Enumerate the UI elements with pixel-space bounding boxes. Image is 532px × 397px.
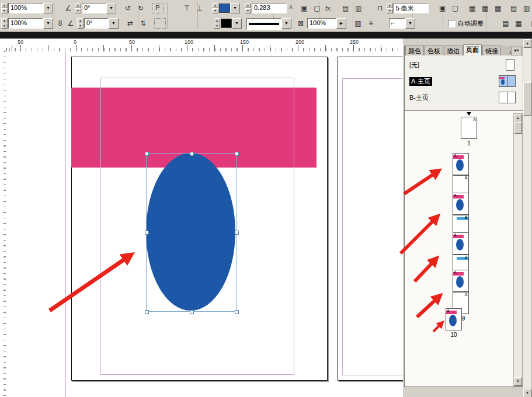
- horizontal-ruler[interactable]: 50 0 50 100 150 200 250: [6, 39, 403, 52]
- page-item-1[interactable]: A 1: [461, 117, 477, 147]
- align-bottom-icon[interactable]: ⊥: [194, 3, 206, 13]
- fill-color-combo[interactable]: ▼: [219, 3, 240, 13]
- selection-frame[interactable]: [146, 153, 237, 312]
- tab-stroke[interactable]: 描边: [444, 46, 463, 55]
- scale-y-combo[interactable]: 100%▼: [8, 18, 53, 29]
- selection-handle[interactable]: [190, 310, 194, 314]
- scroll-down-icon[interactable]: ▼: [514, 377, 522, 386]
- wrap-bounding-icon[interactable]: ▢: [450, 3, 461, 13]
- master-item-b[interactable]: B-主页: [405, 90, 524, 106]
- master-spread-icon: [499, 75, 516, 87]
- scroll-up-icon[interactable]: ▲: [523, 39, 531, 48]
- selection-handle[interactable]: [235, 152, 239, 156]
- center-content-icon[interactable]: ▦: [492, 3, 504, 13]
- wrap-none-icon[interactable]: ▣: [437, 3, 448, 13]
- master-letter: A: [465, 175, 468, 180]
- columns-icon[interactable]: ▥: [352, 18, 364, 29]
- ruler-tick-label: 250: [350, 39, 359, 45]
- vertical-scrollbar[interactable]: ▲ ▼: [523, 39, 532, 397]
- align-top-icon[interactable]: ⊤: [181, 3, 193, 13]
- rotation-spinner[interactable]: ▲▼: [77, 18, 84, 29]
- frame-fitting-icon[interactable]: ▤: [500, 18, 512, 29]
- page-right[interactable]: [338, 57, 403, 381]
- panel-menu-icon[interactable]: ▾≡: [511, 47, 522, 55]
- align-objects-icon[interactable]: ▣: [528, 18, 532, 29]
- scale-y-spinner[interactable]: ▲▼: [1, 18, 8, 29]
- scroll-down-icon[interactable]: ▼: [523, 389, 531, 397]
- stroke-style-combo[interactable]: ▼: [246, 18, 291, 29]
- flip-horizontal-icon[interactable]: ⇄: [124, 18, 136, 29]
- chevron-down-icon[interactable]: ▼: [106, 3, 116, 13]
- flip-vertical-icon[interactable]: ⇅: [137, 18, 149, 29]
- master-label-selected: A-主页: [409, 77, 432, 86]
- fill-swatch[interactable]: [219, 4, 230, 13]
- chevron-right-icon[interactable]: ▶: [336, 18, 346, 29]
- master-item-a[interactable]: A-主页: [405, 74, 524, 89]
- chevron-down-icon[interactable]: ▼: [232, 18, 242, 29]
- scale-x-combo[interactable]: 100%▼: [8, 3, 53, 13]
- baseline-grid-icon[interactable]: ≡: [365, 18, 377, 29]
- text-frame-icon[interactable]: ▤: [340, 3, 352, 13]
- page-item-10[interactable]: A 10: [446, 308, 462, 338]
- pasteboard-guide[interactable]: [65, 51, 66, 397]
- tint-combo[interactable]: 100%▶: [307, 18, 346, 29]
- chevron-down-icon[interactable]: ▼: [43, 18, 53, 29]
- constrain-proportions-icon[interactable]: 8: [57, 18, 64, 29]
- stroke-swatch[interactable]: [221, 19, 232, 28]
- grid-options-icon[interactable]: ▦: [513, 18, 524, 29]
- gap-spinner[interactable]: ▲▼: [387, 3, 393, 13]
- scale-x-spinner[interactable]: ▲▼: [1, 3, 8, 13]
- auto-fit-checkbox[interactable]: [448, 20, 455, 27]
- chevron-down-icon[interactable]: ▼: [281, 18, 291, 29]
- selection-handle[interactable]: [145, 310, 149, 314]
- paragraph-small-icon[interactable]: [154, 18, 166, 29]
- master-item-none[interactable]: [无]: [405, 58, 524, 73]
- chevron-down-icon[interactable]: ▼: [43, 3, 53, 13]
- baseline-offset-spinner[interactable]: ▲▼: [245, 3, 251, 13]
- toolbar-row-2: ▲▼ 100%▼ 8 ∠ ▲▼ 0°▼ ⇄ ⇅ ▲▼ ▼ ▼ ⊠ 100%▶ ▥…: [1, 18, 532, 29]
- tab-color[interactable]: 颜色: [405, 46, 424, 55]
- effects-fx-button[interactable]: fx.: [324, 3, 333, 13]
- baseline-offset-value: 0.283: [252, 3, 287, 13]
- rotation-value: 0°: [84, 18, 109, 29]
- panel-scrollbar[interactable]: ▲ ▼: [513, 113, 523, 386]
- scroll-up-icon[interactable]: ▲: [514, 114, 522, 123]
- chevron-down-icon[interactable]: ▼: [405, 18, 415, 29]
- fit-frame-icon[interactable]: ▦: [479, 3, 491, 13]
- effects-panel-icon[interactable]: ▣: [298, 3, 310, 13]
- align-left-icon[interactable]: ▤: [508, 3, 520, 13]
- ruler-tick-label: 200: [295, 39, 304, 45]
- selection-handle[interactable]: [145, 231, 149, 235]
- rotation-combo[interactable]: 0°▼: [84, 18, 119, 29]
- document-canvas[interactable]: [6, 51, 403, 397]
- shear-spinner[interactable]: ▲▼: [75, 3, 81, 13]
- gap-field[interactable]: 5 毫米: [394, 3, 429, 13]
- paragraph-proxy-icon[interactable]: P: [152, 3, 164, 13]
- rotate-ccw-icon[interactable]: ↺: [122, 3, 134, 13]
- rotate-cw-icon[interactable]: ↻: [135, 3, 147, 13]
- stroke-color-combo[interactable]: ▼: [221, 18, 242, 29]
- selection-handle[interactable]: [145, 152, 149, 156]
- text-align-icon[interactable]: ▥: [353, 3, 364, 13]
- chevron-down-icon[interactable]: ▼: [109, 18, 119, 29]
- selection-handle[interactable]: [235, 310, 239, 314]
- selection-handle[interactable]: [190, 152, 194, 156]
- ruler-tick-label: 100: [185, 39, 193, 45]
- scrollbar-thumb[interactable]: [514, 122, 522, 134]
- distribute-icon[interactable]: ▥: [521, 3, 532, 13]
- tab-links[interactable]: 链接: [482, 46, 501, 55]
- fill-spinner[interactable]: ▲▼: [212, 3, 218, 13]
- tab-pages[interactable]: 页面: [463, 44, 482, 55]
- baseline-offset-field[interactable]: 0.283: [252, 3, 287, 13]
- ruler-tick-label: 0: [74, 39, 77, 45]
- stroke-spinner[interactable]: ▲▼: [214, 18, 220, 29]
- chevron-down-icon[interactable]: ▼: [230, 3, 240, 13]
- fit-content-icon[interactable]: ▦: [467, 3, 478, 13]
- panel-tab-bar: 颜色 色板 描边 页面 链接 » ▾≡: [405, 46, 524, 55]
- scrollbar-thumb[interactable]: [523, 82, 531, 116]
- selection-handle[interactable]: [235, 231, 239, 235]
- corner-style-combo[interactable]: ⌐▼: [389, 18, 415, 29]
- tab-swatches[interactable]: 色板: [425, 46, 443, 55]
- transparency-icon[interactable]: ▢: [311, 3, 323, 13]
- shear-combo[interactable]: 0°▼: [82, 3, 116, 13]
